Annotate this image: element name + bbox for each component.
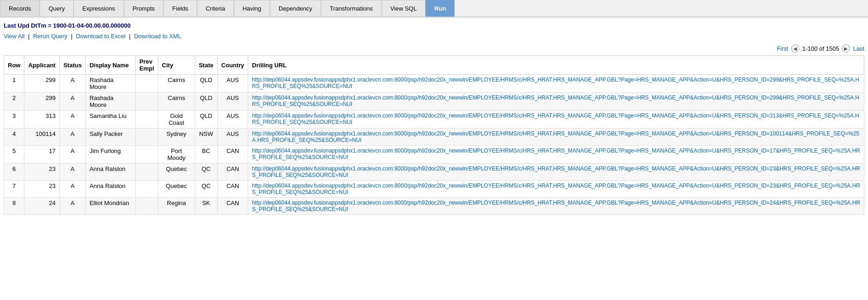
pagination-next-btn[interactable]: ▶ [842, 44, 850, 53]
col-country: Country [217, 56, 248, 75]
tab-criteria[interactable]: Criteria [197, 0, 234, 17]
cell-drilling-url[interactable]: http://dep06044.appsdev.fusionappsdphx1.… [248, 146, 864, 164]
cell-row: 2 [4, 93, 24, 111]
pagination-range: 1-100 of 1505 [802, 45, 839, 52]
cell-applicant: 100114 [24, 129, 59, 146]
tab-query[interactable]: Query [40, 0, 73, 17]
tab-prompts[interactable]: Prompts [124, 0, 163, 17]
cell-state: QLD [195, 111, 217, 129]
cell-status: A [59, 111, 86, 129]
cell-applicant: 24 [24, 198, 59, 215]
cell-display-name: Rashada Moore [86, 93, 135, 111]
cell-status: A [59, 164, 86, 181]
cell-prev-empl [135, 198, 158, 215]
cell-state: NSW [195, 129, 217, 146]
cell-city: Cairns [158, 75, 195, 93]
tab-fields[interactable]: Fields [163, 0, 197, 17]
main-content: Last Upd DtTm = 1900-01-04-00.00.00.0000… [0, 18, 868, 219]
cell-prev-empl [135, 93, 158, 111]
table-row: 3313ASamantha LiuGold CoastQLDAUShttp://… [4, 111, 864, 129]
cell-row: 3 [4, 111, 24, 129]
cell-prev-empl [135, 75, 158, 93]
cell-city: Cairns [158, 93, 195, 111]
tab-records[interactable]: Records [0, 0, 40, 17]
cell-city: Quebec [158, 164, 195, 181]
cell-status: A [59, 146, 86, 164]
col-status: Status [59, 56, 86, 75]
tab-having[interactable]: Having [234, 0, 270, 17]
cell-status: A [59, 129, 86, 146]
cell-drilling-url[interactable]: http://dep06044.appsdev.fusionappsdphx1.… [248, 181, 864, 198]
cell-status: A [59, 198, 86, 215]
pagination-last-link[interactable]: Last [853, 45, 864, 52]
download-excel-link[interactable]: Download to Excel [76, 33, 126, 40]
cell-status: A [59, 75, 86, 93]
cell-row: 5 [4, 146, 24, 164]
cell-row: 7 [4, 181, 24, 198]
cell-row: 1 [4, 75, 24, 93]
cell-display-name: Samantha Liu [86, 111, 135, 129]
cell-row: 4 [4, 129, 24, 146]
cell-state: QLD [195, 93, 217, 111]
tab-dependency[interactable]: Dependency [270, 0, 321, 17]
last-upd-label: Last Upd DtTm = 1900-01-04-00.00.00.0000… [4, 22, 864, 29]
cell-row: 8 [4, 198, 24, 215]
cell-country: CAN [217, 181, 248, 198]
col-display-name: Display Name [86, 56, 135, 75]
cell-applicant: 299 [24, 75, 59, 93]
data-table: Row Applicant Status Display Name PrevEm… [4, 55, 864, 215]
view-all-link[interactable]: View All [4, 33, 24, 40]
cell-prev-empl [135, 181, 158, 198]
table-row: 517AJim FurlongPort MoodyBCCANhttp://dep… [4, 146, 864, 164]
pagination-first-link[interactable]: First [777, 45, 788, 52]
cell-drilling-url[interactable]: http://dep06044.appsdev.fusionappsdphx1.… [248, 93, 864, 111]
cell-city: Regina [158, 198, 195, 215]
tab-transformations[interactable]: Transformations [321, 0, 381, 17]
col-city: City [158, 56, 195, 75]
tab-bar: RecordsQueryExpressionsPromptsFieldsCrit… [0, 0, 868, 18]
table-header-row: Row Applicant Status Display Name PrevEm… [4, 56, 864, 75]
table-row: 623AAnna RalstonQuebecQCCANhttp://dep060… [4, 164, 864, 181]
cell-country: AUS [217, 129, 248, 146]
download-xml-link[interactable]: Download to XML [134, 33, 181, 40]
cell-city: Gold Coast [158, 111, 195, 129]
pagination-prev-btn[interactable]: ◀ [791, 44, 799, 53]
cell-country: AUS [217, 111, 248, 129]
cell-state: QLD [195, 75, 217, 93]
cell-state: SK [195, 198, 217, 215]
cell-country: AUS [217, 75, 248, 93]
col-drilling-url: Drilling URL [248, 56, 864, 75]
cell-city: Quebec [158, 181, 195, 198]
cell-drilling-url[interactable]: http://dep06044.appsdev.fusionappsdphx1.… [248, 198, 864, 215]
cell-country: CAN [217, 198, 248, 215]
cell-display-name: Anna Ralston [86, 181, 135, 198]
cell-country: CAN [217, 146, 248, 164]
cell-prev-empl [135, 129, 158, 146]
cell-drilling-url[interactable]: http://dep06044.appsdev.fusionappsdphx1.… [248, 75, 864, 93]
tab-view-sql[interactable]: View SQL [382, 0, 426, 17]
cell-country: AUS [217, 93, 248, 111]
cell-status: A [59, 93, 86, 111]
cell-display-name: Anna Ralston [86, 164, 135, 181]
cell-prev-empl [135, 111, 158, 129]
cell-applicant: 313 [24, 111, 59, 129]
table-row: 824AElliot MondrianReginaSKCANhttp://dep… [4, 198, 864, 215]
cell-applicant: 23 [24, 164, 59, 181]
tab-run[interactable]: Run [425, 0, 454, 17]
cell-drilling-url[interactable]: http://dep06044.appsdev.fusionappsdphx1.… [248, 111, 864, 129]
rerun-query-link[interactable]: Rerun Query [33, 33, 67, 40]
table-row: 4100114ASally PackerSydneyNSWAUShttp://d… [4, 129, 864, 146]
table-row: 1299ARashada MooreCairnsQLDAUShttp://dep… [4, 75, 864, 93]
col-applicant: Applicant [24, 56, 59, 75]
cell-drilling-url[interactable]: http://dep06044.appsdev.fusionappsdphx1.… [248, 129, 864, 146]
cell-display-name: Elliot Mondrian [86, 198, 135, 215]
cell-drilling-url[interactable]: http://dep06044.appsdev.fusionappsdphx1.… [248, 164, 864, 181]
pagination-bar: First ◀ 1-100 of 1505 ▶ Last [4, 44, 864, 53]
cell-applicant: 299 [24, 93, 59, 111]
cell-country: CAN [217, 164, 248, 181]
cell-status: A [59, 181, 86, 198]
table-row: 2299ARashada MooreCairnsQLDAUShttp://dep… [4, 93, 864, 111]
tab-expressions[interactable]: Expressions [74, 0, 124, 17]
cell-city: Sydney [158, 129, 195, 146]
table-row: 723AAnna RalstonQuebecQCCANhttp://dep060… [4, 181, 864, 198]
